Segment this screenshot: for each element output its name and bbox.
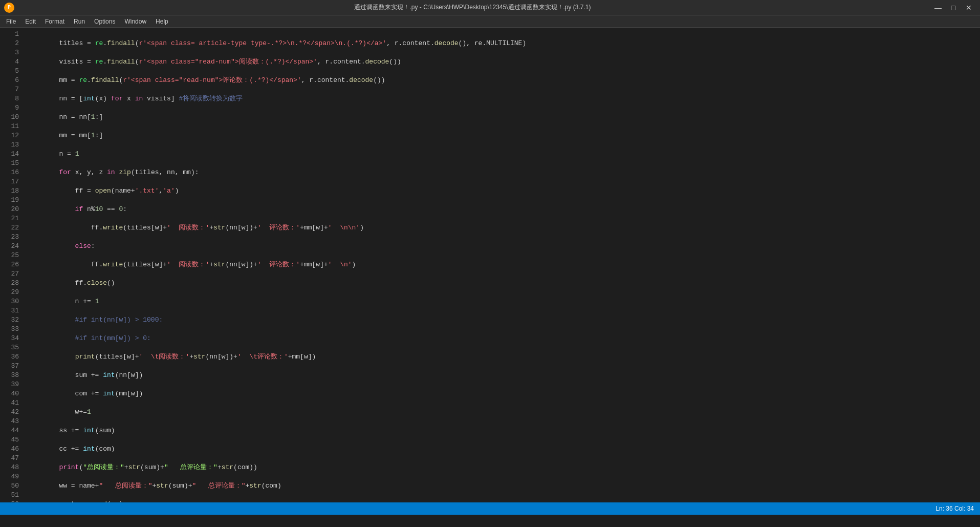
menu-help[interactable]: Help: [151, 17, 172, 26]
minimize-button[interactable]: —: [931, 3, 945, 13]
menu-run[interactable]: Run: [70, 17, 89, 26]
menu-bar: File Edit Format Run Options Window Help: [0, 15, 980, 28]
menu-file[interactable]: File: [2, 17, 20, 26]
maximize-button[interactable]: □: [946, 3, 961, 13]
menu-options[interactable]: Options: [90, 17, 119, 26]
window-icon: P: [4, 3, 14, 13]
menu-format[interactable]: Format: [41, 17, 69, 26]
cursor-position: Ln: 36 Col: 34: [935, 505, 974, 512]
close-button[interactable]: ✕: [962, 3, 976, 13]
status-bar: Ln: 36 Col: 34: [0, 502, 980, 515]
menu-window[interactable]: Window: [120, 17, 150, 26]
title-bar: P 通过调函数来实现！.py - C:\Users\HWP\Desktop\12…: [0, 0, 980, 15]
editor-area[interactable]: 1 2 3 4 5 6 7 8 9 10 11 12 13 14 15 16 1…: [0, 28, 980, 515]
title-bar-controls: — □ ✕: [931, 3, 976, 13]
code-content[interactable]: titles = re.findall(r'<span class= artic…: [23, 30, 980, 513]
line-numbers: 1 2 3 4 5 6 7 8 9 10 11 12 13 14 15 16 1…: [0, 30, 23, 513]
title-bar-title: 通过调函数来实现！.py - C:\Users\HWP\Desktop\1234…: [354, 3, 591, 12]
menu-edit[interactable]: Edit: [21, 17, 40, 26]
